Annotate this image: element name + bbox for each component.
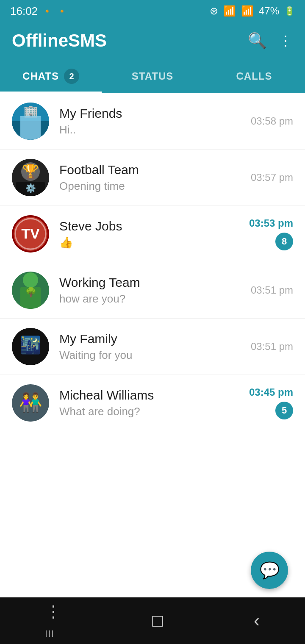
nav-bar: ⋮||| □ ‹ (0, 597, 305, 644)
chat-list-item[interactable]: 🏢 My Friends Hi.. 03:58 pm (0, 93, 305, 150)
chat-avatar: 🌃 (12, 328, 49, 365)
chat-info: Steve Jobs 👍 (59, 219, 244, 249)
chat-info: Working Team how are you? (59, 275, 246, 305)
status-bar: 16:02 🔸 🔸 ⊛ 📶 📶 47% 🔋 (0, 0, 305, 22)
chat-preview: how are you? (59, 292, 246, 305)
back-button[interactable]: ‹ (254, 611, 260, 631)
chat-meta: 03:45 pm 5 (249, 386, 293, 419)
tab-calls[interactable]: CALLS (203, 59, 305, 93)
battery-percent: 47% (259, 5, 279, 17)
new-chat-fab[interactable]: 💬 (251, 552, 288, 589)
time-display: 16:02 (10, 5, 38, 18)
chat-time: 03:51 pm (251, 341, 293, 353)
menu-button[interactable]: ⋮ (279, 33, 293, 49)
chat-name: Football Team (59, 163, 246, 177)
chat-preview: Opening time (59, 180, 246, 193)
chat-list-item[interactable]: 🌳 Working Team how are you? 03:51 pm (0, 262, 305, 319)
app-title: OfflineSMS (12, 31, 107, 51)
tabs-bar: CHATS 2 STATUS CALLS (0, 59, 305, 93)
home-button[interactable]: □ (152, 611, 163, 631)
tab-status-label: STATUS (132, 70, 173, 82)
chat-info: Football Team Opening time (59, 163, 246, 193)
chat-preview: Waiting for you (59, 349, 246, 362)
svg-text:TV: TV (21, 225, 40, 242)
chat-preview: 👍 (59, 236, 244, 249)
signal-icon: 📶 (241, 5, 254, 17)
chat-avatar: TV (12, 215, 49, 253)
app-bar: OfflineSMS 🔍 ⋮ (0, 22, 305, 59)
chat-list-item[interactable]: 👫 Micheal Williams What are doing? 03:45… (0, 375, 305, 431)
tab-status[interactable]: STATUS (102, 59, 203, 93)
bluetooth-icon: ⊛ (210, 5, 218, 17)
chat-list-item[interactable]: 🏆⚙️ Football Team Opening time 03:57 pm (0, 150, 305, 206)
svg-text:🌃: 🌃 (20, 335, 41, 355)
chat-avatar: 🌳 (12, 272, 49, 309)
tab-chats-label: CHATS (22, 70, 59, 82)
chat-name: My Family (59, 332, 246, 346)
unread-badge: 5 (275, 402, 293, 419)
chat-avatar: 🏆⚙️ (12, 159, 49, 196)
chat-name: Working Team (59, 275, 246, 290)
chat-time: 03:58 pm (251, 115, 293, 127)
chat-time: 03:57 pm (251, 172, 293, 183)
chat-info: My Family Waiting for you (59, 332, 246, 362)
tab-chats[interactable]: CHATS 2 (0, 59, 102, 93)
recent-apps-button[interactable]: ⋮||| (45, 602, 61, 639)
chat-name: My Friends (59, 106, 246, 121)
svg-text:🏆: 🏆 (22, 163, 39, 179)
chat-meta: 03:51 pm (251, 341, 293, 353)
chat-list: 🏢 My Friends Hi.. 03:58 pm 🏆⚙️ Football … (0, 93, 305, 431)
sim-icon-2: 🔸 (57, 6, 67, 16)
chat-meta: 03:51 pm (251, 284, 293, 296)
status-bar-left: 16:02 🔸 🔸 (10, 5, 67, 18)
new-chat-icon: 💬 (260, 561, 280, 580)
chat-name: Steve Jobs (59, 219, 244, 233)
sim-icon-1: 🔸 (42, 6, 53, 16)
svg-text:⚙️: ⚙️ (25, 183, 36, 193)
svg-text:🌳: 🌳 (25, 286, 37, 298)
status-bar-right: ⊛ 📶 📶 47% 🔋 (210, 5, 295, 17)
chat-avatar: 🏢 (12, 103, 49, 140)
unread-badge: 8 (275, 233, 293, 250)
chat-preview: Hi.. (59, 123, 246, 136)
chat-avatar: 👫 (12, 384, 49, 422)
svg-rect-3 (20, 116, 41, 140)
chat-list-item[interactable]: TV Steve Jobs 👍 03:53 pm 8 (0, 206, 305, 262)
chat-info: My Friends Hi.. (59, 106, 246, 136)
svg-text:👫: 👫 (19, 391, 42, 414)
tab-chats-badge: 2 (64, 69, 79, 84)
chat-time: 03:45 pm (249, 386, 293, 398)
chat-time: 03:53 pm (249, 217, 293, 229)
svg-point-14 (23, 272, 38, 288)
chat-preview: What are doing? (59, 405, 244, 418)
chat-time: 03:51 pm (251, 284, 293, 296)
battery-icon: 🔋 (284, 6, 295, 16)
chat-info: Micheal Williams What are doing? (59, 388, 244, 418)
chat-list-item[interactable]: 🌃 My Family Waiting for you 03:51 pm (0, 319, 305, 375)
chat-name: Micheal Williams (59, 388, 244, 402)
chat-meta: 03:58 pm (251, 115, 293, 127)
chat-meta: 03:53 pm 8 (249, 217, 293, 250)
wifi-icon: 📶 (223, 5, 236, 17)
chat-meta: 03:57 pm (251, 172, 293, 183)
tab-calls-label: CALLS (236, 70, 272, 82)
search-button[interactable]: 🔍 (248, 32, 267, 50)
app-bar-actions: 🔍 ⋮ (248, 32, 293, 50)
